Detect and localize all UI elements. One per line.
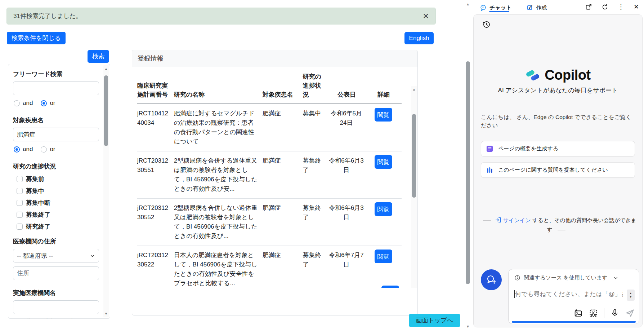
col-plan-number: 臨床研究実施計画番号: [137, 67, 174, 104]
close-sidebar-icon[interactable]: ✕: [634, 4, 639, 10]
view-button[interactable]: 閲覧: [375, 202, 392, 216]
table-row: jRCT2031230551 2型糖尿病を合併する過体重又は肥満の被験者を対象と…: [137, 151, 402, 199]
scroll-up-icon[interactable]: ▲: [411, 88, 417, 91]
progress-checkbox-1[interactable]: [17, 188, 23, 194]
input-accent-bar: [512, 321, 636, 323]
cell-study-title: 肥満症に対するセマグルチドの治療効果の観察研究：患者の食行動パターンとの関連性に…: [174, 104, 263, 151]
history-clock-icon[interactable]: [482, 20, 491, 28]
progress-checkbox-0[interactable]: [17, 176, 23, 182]
address-input[interactable]: [13, 266, 99, 280]
progress-checkbox-4[interactable]: [17, 224, 23, 230]
microphone-icon[interactable]: [611, 309, 619, 317]
cell-status: 募集中: [303, 104, 328, 151]
back-to-top-button[interactable]: 画面トップへ: [409, 314, 460, 327]
cell-study-title: 日本人の肥満症患者を対象として，BI 456906を皮下投与したときの有効性及び…: [174, 246, 263, 288]
cell-status: 募集終了: [303, 199, 328, 246]
form-scrollbar-thumb[interactable]: [104, 75, 108, 146]
freeword-and-radio[interactable]: [14, 100, 20, 106]
more-menu-icon[interactable]: ⋮: [618, 4, 624, 10]
scroll-down-icon[interactable]: ▼: [464, 325, 471, 328]
suggestion-label: このページに関する質問を提案してください: [498, 167, 608, 173]
progress-checkbox-3[interactable]: [17, 212, 23, 218]
table-row: jRCT2031230522 日本人の肥満症患者を対象として，BI 456906…: [137, 246, 402, 288]
disease-label: 対象疾患名: [13, 116, 99, 124]
freeword-label: フリーワード検索: [13, 70, 99, 78]
send-icon[interactable]: [625, 308, 635, 318]
progress-option-label: 募集中: [26, 187, 44, 195]
cell-status: 募集終了: [303, 246, 328, 288]
freeword-and-label: and: [23, 100, 33, 107]
scroll-down-icon[interactable]: ▼: [103, 312, 109, 315]
toolbar-divider: [604, 308, 604, 318]
results-panel-title: 登録情報: [132, 50, 417, 67]
bars-icon: [486, 167, 493, 173]
suggestion-page-questions[interactable]: このページに関する質問を提案してください: [481, 162, 635, 178]
english-button[interactable]: English: [404, 32, 434, 44]
stepper-down-icon[interactable]: ▼: [629, 295, 632, 299]
banner-message: 31件検索完了しました。: [13, 12, 82, 20]
disease-or-radio[interactable]: [41, 146, 47, 153]
page-scrollbar[interactable]: ▲ ▼: [464, 0, 471, 331]
results-panel: 登録情報 臨床研究実施計画番号 研究の名称 対象疾患名 研究の進捗状況 公表日 …: [132, 50, 418, 315]
freeword-or-label: or: [50, 100, 55, 107]
input-resize-stepper[interactable]: ▲ ▼: [627, 290, 635, 301]
results-table: 臨床研究実施計画番号 研究の名称 対象疾患名 研究の進捗状況 公表日 詳細 jR…: [137, 67, 402, 288]
copilot-panel-card: Copilot AI アシスタントがあなたの毎日をサポート こんにちは、 さん、…: [473, 14, 643, 327]
col-study-title: 研究の名称: [174, 67, 263, 104]
cell-plan-number: jRCT2031230551: [137, 151, 174, 199]
freeword-or-radio[interactable]: [41, 100, 47, 106]
results-table-viewport: 臨床研究実施計画番号 研究の名称 対象疾患名 研究の進捗状況 公表日 詳細 jR…: [132, 67, 417, 288]
view-button-clipped[interactable]: [381, 286, 399, 288]
copilot-history-row: [474, 15, 642, 34]
tab-compose-label: 作成: [536, 4, 547, 11]
banner-close-icon[interactable]: ✕: [422, 12, 429, 20]
copilot-brand-text: Copilot: [545, 67, 590, 83]
open-in-window-icon[interactable]: [585, 4, 592, 10]
cell-disease: 肥満症: [263, 151, 303, 199]
related-sources-toggle[interactable]: 関連するソース を使用しています: [509, 269, 639, 281]
new-chat-button[interactable]: [481, 269, 502, 290]
progress-option-row: 募集中: [17, 187, 99, 195]
refresh-icon[interactable]: [601, 4, 608, 10]
signin-link[interactable]: サインイン: [503, 217, 531, 223]
text-cursor: [514, 290, 515, 298]
form-scrollbar[interactable]: ▲ ▼: [103, 65, 109, 317]
institution-input[interactable]: [13, 300, 99, 314]
scroll-up-icon[interactable]: ▲: [103, 67, 109, 71]
chat-input[interactable]: 何でも尋ねてください、または「@」と: [514, 290, 623, 298]
progress-checkbox-2[interactable]: [17, 200, 23, 206]
cell-publish-date: 令和6年7月7日: [328, 246, 369, 288]
joint-institution-checkbox[interactable]: [17, 318, 23, 319]
chevron-down-icon: [613, 275, 618, 281]
tab-chat[interactable]: チャット: [480, 0, 511, 14]
search-button[interactable]: 検索: [88, 50, 109, 63]
page-scrollbar-thumb[interactable]: [466, 61, 470, 284]
scroll-up-icon[interactable]: ▲: [464, 2, 471, 6]
info-icon: [514, 275, 520, 281]
col-detail: 詳細: [368, 67, 402, 104]
search-result-banner: 31件検索完了しました。 ✕: [6, 8, 436, 25]
signin-text: すると、その他の質問や長い会話ができます: [532, 217, 636, 233]
view-button[interactable]: 閲覧: [375, 155, 392, 169]
disease-input[interactable]: [13, 128, 99, 141]
suggestion-summarize-page[interactable]: ページの概要を生成する: [481, 141, 635, 156]
disease-and-radio[interactable]: [14, 146, 20, 153]
add-image-icon[interactable]: [574, 309, 583, 318]
screenshot-snip-icon[interactable]: [589, 309, 598, 318]
progress-option-row: 募集前: [17, 175, 99, 183]
search-form-panel: フリーワード検索 and or 対象疾患名 and or 研究の進捗状況 募集前…: [8, 64, 110, 319]
cell-status: 募集終了: [303, 151, 328, 199]
table-scrollbar[interactable]: ▲ ▼: [411, 86, 417, 288]
stepper-up-icon[interactable]: ▲: [629, 292, 632, 295]
chat-input-placeholder: 何でも尋ねてください、または「@」と: [515, 290, 623, 298]
view-button[interactable]: 閲覧: [375, 250, 392, 263]
col-disease: 対象疾患名: [263, 67, 303, 104]
close-search-conditions-button[interactable]: 検索条件を閉じる: [7, 32, 66, 44]
copilot-brand-row: Copilot: [474, 67, 642, 83]
copilot-logo-icon: [525, 68, 540, 83]
prefecture-select[interactable]: -- 都道府県 --: [13, 249, 99, 262]
view-button[interactable]: 閲覧: [375, 108, 392, 122]
table-scrollbar-thumb[interactable]: [412, 114, 416, 198]
tab-compose[interactable]: 作成: [527, 0, 547, 14]
freeword-input[interactable]: [13, 81, 99, 95]
